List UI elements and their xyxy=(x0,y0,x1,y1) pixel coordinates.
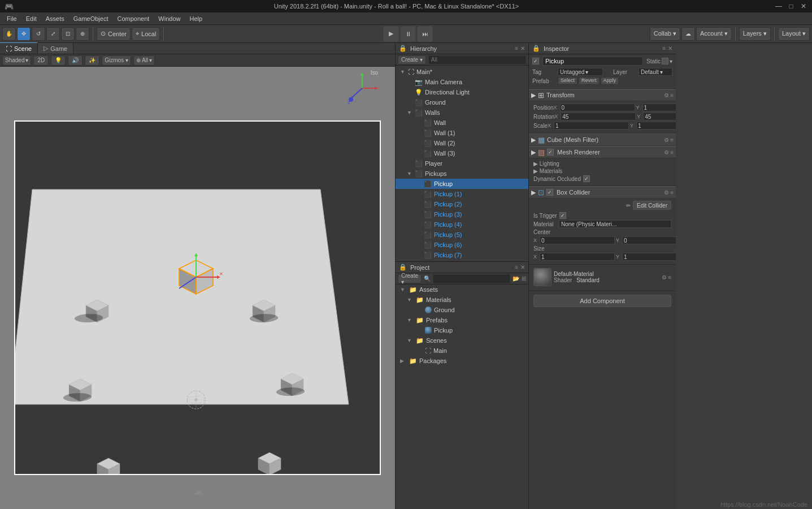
dynamic-occluded-checkbox[interactable]: ✓ xyxy=(583,175,590,182)
transform-settings-icon[interactable]: ⚙ xyxy=(664,92,669,98)
menu-edit[interactable]: Edit xyxy=(21,14,41,23)
materials-section[interactable]: ▶ Materials xyxy=(533,168,671,174)
layer-dropdown[interactable]: Default ▾ xyxy=(639,68,672,76)
all-layers-dropdown[interactable]: ⊕ All ▾ xyxy=(133,55,155,66)
static-checkbox[interactable] xyxy=(662,58,668,64)
project-menu-icon[interactable]: ≡ xyxy=(515,264,518,270)
hierarchy-pickup[interactable]: ▶ ⬛ Pickup xyxy=(396,179,528,189)
account-dropdown[interactable]: Account ▾ xyxy=(696,27,732,41)
hierarchy-pickup3[interactable]: ▶ ⬛ Pickup (3) xyxy=(396,209,528,219)
rect-tool[interactable]: ⊡ xyxy=(61,27,75,41)
transform-tool[interactable]: ⊕ xyxy=(76,27,89,41)
pivot-dropdown[interactable]: ⊙ Center xyxy=(97,27,131,41)
project-assets[interactable]: ▼ 📁 Assets xyxy=(396,284,528,295)
tag-dropdown[interactable]: Untagged ▾ xyxy=(558,68,603,76)
scene-root-item[interactable]: ▼ ⛶ Main* xyxy=(396,67,528,77)
space-dropdown[interactable]: ⌖ Local xyxy=(132,27,160,41)
hand-tool[interactable]: ✋ xyxy=(2,27,16,41)
object-enabled-checkbox[interactable]: ✓ xyxy=(532,58,539,64)
transform-overflow-icon[interactable]: ≡ xyxy=(670,92,674,98)
mesh-renderer-overflow-icon[interactable]: ≡ xyxy=(670,149,674,156)
shaded-dropdown[interactable]: Shaded ▾ xyxy=(2,55,31,66)
hierarchy-pickups[interactable]: ▼ ⬛ Pickups xyxy=(396,169,528,179)
edit-collider-button[interactable]: Edit Collider xyxy=(633,201,671,210)
pause-button[interactable]: ⏸ xyxy=(400,26,416,42)
hierarchy-main-camera[interactable]: ▶ 📷 Main Camera xyxy=(396,77,528,87)
is-trigger-checkbox[interactable]: ✓ xyxy=(559,212,566,219)
box-collider-enabled[interactable]: ✓ xyxy=(546,189,553,196)
cloud-button[interactable]: ☁ xyxy=(681,27,695,41)
menu-file[interactable]: File xyxy=(2,14,21,23)
hierarchy-create-button[interactable]: Create ▾ xyxy=(398,55,426,64)
mesh-filter-settings-icon[interactable]: ⚙ xyxy=(664,137,669,143)
mesh-filter-header[interactable]: ▶ ▦ Cube (Mesh Filter) ⚙ ≡ xyxy=(529,133,676,146)
scale-tool[interactable]: ⤢ xyxy=(46,27,60,41)
object-name-input[interactable] xyxy=(542,57,643,66)
hierarchy-pickup5[interactable]: ▶ ⬛ Pickup (5) xyxy=(396,230,528,240)
prefab-apply-button[interactable]: Apply xyxy=(601,77,619,85)
collider-material-value[interactable]: None (Physic Materi... xyxy=(559,220,671,228)
layers-dropdown[interactable]: Layers ▾ xyxy=(739,27,771,41)
hierarchy-pickup6[interactable]: ▶ ⬛ Pickup (6) xyxy=(396,240,528,250)
mesh-filter-overflow-icon[interactable]: ≡ xyxy=(670,137,674,143)
close-button[interactable]: ✕ xyxy=(800,2,807,10)
inspector-close-icon[interactable]: ✕ xyxy=(668,45,672,51)
scale-x-input[interactable] xyxy=(554,122,629,130)
mesh-renderer-enabled[interactable]: ✓ xyxy=(547,149,554,156)
hierarchy-ground[interactable]: ▶ ⬛ Ground xyxy=(396,97,528,107)
project-scenes[interactable]: ▼ 📁 Scenes xyxy=(396,335,528,346)
scale-y-input[interactable] xyxy=(636,122,676,130)
size-x-input[interactable] xyxy=(540,253,615,261)
center-y-input[interactable] xyxy=(622,236,676,244)
hierarchy-wall1[interactable]: ▶ ⬛ Wall (1) xyxy=(396,128,528,138)
center-x-input[interactable] xyxy=(540,236,615,244)
project-create-button[interactable]: Create ▾ xyxy=(398,274,422,283)
play-button[interactable]: ▶ xyxy=(383,26,399,42)
hierarchy-wall2[interactable]: ▶ ⬛ Wall (2) xyxy=(396,138,528,148)
fx-button[interactable]: ✨ xyxy=(85,55,99,66)
hierarchy-close-icon[interactable]: ✕ xyxy=(520,45,525,51)
box-collider-settings-icon[interactable]: ⚙ xyxy=(664,189,669,196)
rotate-tool[interactable]: ↺ xyxy=(32,27,45,41)
box-collider-header[interactable]: ▶ ⊡ ✓ Box Collider ⚙ ≡ xyxy=(529,186,676,199)
layout-dropdown[interactable]: Layout ▾ xyxy=(778,27,810,41)
menu-gameobject[interactable]: GameObject xyxy=(69,14,113,23)
hierarchy-menu-icon[interactable]: ≡ xyxy=(515,45,518,51)
maximize-button[interactable]: □ xyxy=(787,2,795,10)
hierarchy-walls[interactable]: ▼ ⬛ Walls xyxy=(396,107,528,118)
lights-button[interactable]: 💡 xyxy=(51,55,66,66)
hierarchy-pickup4[interactable]: ▶ ⬛ Pickup (4) xyxy=(396,219,528,230)
add-component-button[interactable]: Add Component xyxy=(533,295,671,307)
step-button[interactable]: ⏭ xyxy=(417,26,433,42)
rot-x-input[interactable] xyxy=(561,113,636,120)
pos-y-input[interactable] xyxy=(642,103,676,111)
audio-button[interactable]: 🔊 xyxy=(68,55,82,66)
box-collider-overflow-icon[interactable]: ≡ xyxy=(670,189,674,196)
project-prefabs[interactable]: ▼ 📁 Prefabs xyxy=(396,315,528,325)
menu-help[interactable]: Help xyxy=(185,14,207,23)
hierarchy-search-input[interactable] xyxy=(428,55,526,64)
hierarchy-pickup1[interactable]: ▶ ⬛ Pickup (1) xyxy=(396,189,528,199)
project-search-input[interactable] xyxy=(433,274,510,283)
move-tool[interactable]: ✥ xyxy=(17,27,31,41)
inspector-menu-icon[interactable]: ≡ xyxy=(662,45,666,51)
mesh-renderer-header[interactable]: ▶ ▨ ✓ Mesh Renderer ⚙ ≡ xyxy=(529,146,676,158)
lighting-section[interactable]: ▶ Lighting xyxy=(533,161,671,167)
project-close-icon[interactable]: ✕ xyxy=(520,264,525,270)
project-pickup-prefab[interactable]: ▶ Pickup xyxy=(396,325,528,335)
hierarchy-wall[interactable]: ▶ ⬛ Wall xyxy=(396,118,528,128)
prefab-revert-button[interactable]: Revert xyxy=(579,77,600,85)
hierarchy-pickup7[interactable]: ▶ ⬛ Pickup (7) xyxy=(396,250,528,260)
project-main-scene[interactable]: ▶ ⛶ Main xyxy=(396,346,528,356)
material-overflow-icon[interactable]: ≡ xyxy=(668,274,671,281)
hierarchy-pickup2[interactable]: ▶ ⬛ Pickup (2) xyxy=(396,199,528,209)
project-materials[interactable]: ▼ 📁 Materials xyxy=(396,295,528,305)
collab-dropdown[interactable]: Collab ▾ xyxy=(650,27,680,41)
project-ground-material[interactable]: ▶ Ground xyxy=(396,305,528,315)
project-packages[interactable]: ▶ 📁 Packages xyxy=(396,356,528,366)
transform-component-header[interactable]: ▶ ⊞ Transform ⚙ ≡ xyxy=(529,89,676,101)
menu-assets[interactable]: Assets xyxy=(41,14,69,23)
minimize-button[interactable]: — xyxy=(775,2,783,10)
gizmos-dropdown[interactable]: Gizmos ▾ xyxy=(102,55,131,66)
hierarchy-player[interactable]: ▶ ⬛ Player xyxy=(396,158,528,169)
